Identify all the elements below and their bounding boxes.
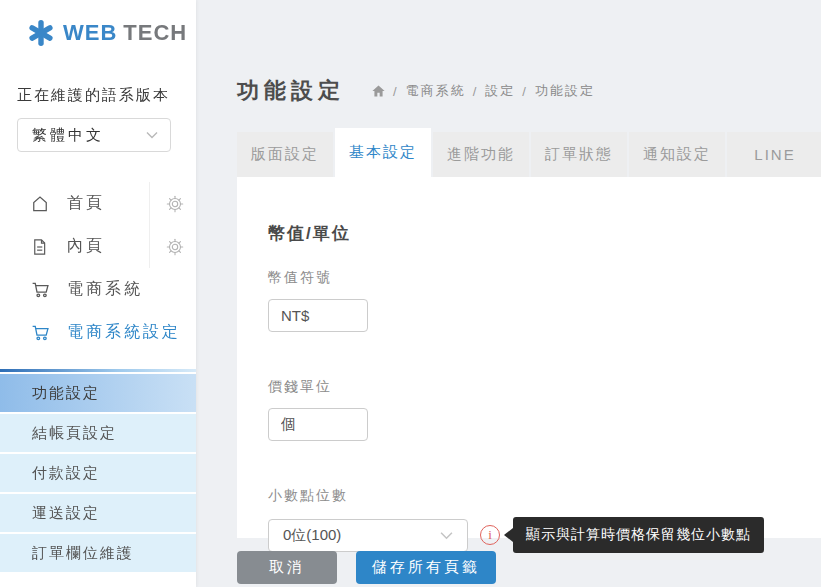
sidebar-submenu: 功能設定 結帳頁設定 付款設定 運送設定 訂單欄位維護: [0, 374, 196, 572]
tooltip-text: 顯示與計算時價格保留幾位小數點: [513, 517, 764, 553]
decimal-places-select-value: 0位(100): [283, 526, 341, 545]
tab-line[interactable]: LINE: [727, 132, 821, 177]
submenu-item-label: 運送設定: [32, 504, 100, 523]
main-content: 功能設定 / 電商系統 / 設定 / 功能設定 版面設定 基本設定 進階功能 訂…: [196, 0, 821, 587]
sidebar-item-ecommerce[interactable]: 電商系統: [0, 268, 196, 311]
breadcrumb-home-icon[interactable]: [371, 84, 386, 98]
currency-symbol-label: 幣值符號: [268, 269, 821, 287]
tab-layout-settings[interactable]: 版面設定: [237, 132, 333, 177]
sidebar-menu: 首頁 內頁: [0, 182, 196, 354]
breadcrumb-link-settings[interactable]: 設定: [485, 82, 515, 100]
chevron-down-icon: [440, 531, 453, 540]
submenu-item-order-fields[interactable]: 訂單欄位維護: [0, 534, 196, 572]
inner-pages-settings-gear-icon[interactable]: [149, 225, 184, 268]
sidebar-item-label: 電商系統: [67, 279, 143, 300]
currency-symbol-input[interactable]: [268, 299, 368, 332]
section-title-currency-unit: 幣值/單位: [268, 222, 821, 245]
submenu-item-function-settings[interactable]: 功能設定: [0, 374, 196, 412]
sidebar: WEB TECH 正在維護的語系版本 繁體中文 首頁: [0, 0, 196, 587]
sidebar-item-ecommerce-settings[interactable]: 電商系統設定: [0, 311, 196, 354]
tab-order-status[interactable]: 訂單狀態: [531, 132, 627, 177]
cancel-button[interactable]: 取消: [237, 551, 337, 584]
logo-text-tech: TECH: [123, 20, 187, 46]
submenu-item-checkout-settings[interactable]: 結帳頁設定: [0, 414, 196, 452]
document-icon: [30, 236, 52, 258]
app-logo: WEB TECH: [28, 20, 196, 46]
breadcrumb: / 電商系統 / 設定 / 功能設定: [371, 82, 595, 100]
submenu-item-shipping-settings[interactable]: 運送設定: [0, 494, 196, 532]
tab-bar: 版面設定 基本設定 進階功能 訂單狀態 通知設定 LINE: [237, 128, 821, 177]
sidebar-item-home[interactable]: 首頁: [0, 182, 196, 225]
tab-panel-basic-settings: 幣值/單位 幣值符號 價錢單位 小數點位數 0位(100) i 顯示與計算時價格…: [237, 177, 821, 538]
breadcrumb-link-ecommerce[interactable]: 電商系統: [406, 82, 466, 100]
language-maintain-label: 正在維護的語系版本: [17, 86, 196, 105]
save-all-tabs-button[interactable]: 儲存所有頁籤: [356, 551, 496, 584]
sidebar-item-label: 電商系統設定: [67, 322, 181, 343]
submenu-item-label: 付款設定: [32, 464, 100, 483]
asterisk-logo-icon: [28, 20, 54, 46]
tab-advanced-features[interactable]: 進階功能: [433, 132, 529, 177]
breadcrumb-current-page: 功能設定: [535, 82, 595, 100]
active-section-divider: [0, 369, 196, 372]
breadcrumb-separator: /: [473, 84, 479, 99]
home-settings-gear-icon[interactable]: [149, 182, 184, 225]
language-select[interactable]: 繁體中文: [17, 118, 171, 152]
home-icon: [30, 193, 52, 215]
logo-text-web: WEB: [63, 20, 117, 46]
submenu-item-label: 功能設定: [32, 384, 100, 403]
tab-basic-settings[interactable]: 基本設定: [335, 128, 431, 177]
sidebar-item-label: 內頁: [67, 236, 105, 257]
info-icon[interactable]: i: [480, 525, 500, 545]
decimal-places-select[interactable]: 0位(100): [268, 519, 468, 552]
cart-icon: [30, 279, 52, 301]
decimal-places-tooltip: 顯示與計算時價格保留幾位小數點: [504, 517, 764, 553]
page-header: 功能設定 / 電商系統 / 設定 / 功能設定: [237, 0, 821, 106]
page-title: 功能設定: [237, 76, 345, 106]
sidebar-item-label: 首頁: [67, 193, 105, 214]
price-unit-input[interactable]: [268, 408, 368, 441]
submenu-item-label: 訂單欄位維護: [32, 544, 134, 563]
decimal-places-label: 小數點位數: [268, 487, 821, 505]
breadcrumb-separator: /: [522, 84, 528, 99]
tab-notification-settings[interactable]: 通知設定: [629, 132, 725, 177]
decimal-places-row: 0位(100) i 顯示與計算時價格保留幾位小數點: [268, 517, 821, 553]
footer-actions: 取消 儲存所有頁籤: [237, 551, 821, 584]
breadcrumb-separator: /: [393, 84, 399, 99]
submenu-item-payment-settings[interactable]: 付款設定: [0, 454, 196, 492]
price-unit-label: 價錢單位: [268, 378, 821, 396]
chevron-down-icon: [146, 131, 158, 139]
submenu-item-label: 結帳頁設定: [32, 424, 117, 443]
sidebar-item-inner-pages[interactable]: 內頁: [0, 225, 196, 268]
cart-icon: [30, 322, 52, 344]
tooltip-arrow: [504, 528, 513, 542]
language-select-value: 繁體中文: [32, 126, 104, 145]
